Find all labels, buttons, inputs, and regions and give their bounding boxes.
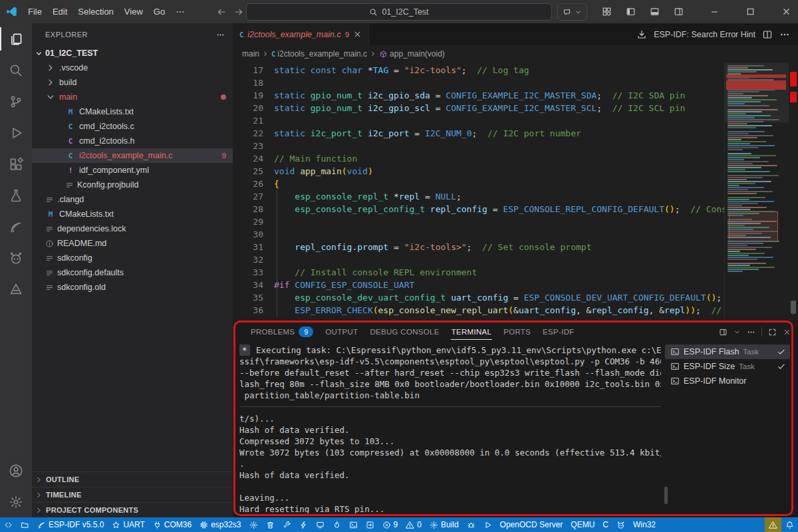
maximize-panel-icon[interactable]: [768, 328, 777, 336]
activity-item-testing[interactable]: [0, 180, 32, 211]
activity-item-run-and-debug[interactable]: [0, 117, 32, 148]
panel-tab-debug-console[interactable]: DEBUG CONSOLE: [364, 321, 445, 343]
editor-tab[interactable]: C i2ctools_example_main.c 9: [233, 23, 369, 45]
window-minimize-icon[interactable]: [702, 0, 726, 23]
close-panel-icon[interactable]: [783, 328, 791, 336]
terminal-scrollbar[interactable]: [664, 487, 668, 504]
workspace-root-folder[interactable]: 01_I2C_TEST: [32, 46, 233, 61]
breadcrumb[interactable]: main C i2ctools_example_main.c app_main(…: [233, 45, 798, 63]
esp-idf-search-error-hint[interactable]: ESP-IDF: Search Error Hint: [654, 30, 755, 39]
status-sdk-config[interactable]: [245, 517, 262, 532]
status-full-clean[interactable]: [262, 517, 279, 532]
tree-item-README.md[interactable]: README.md: [32, 236, 233, 251]
menu-selection[interactable]: Selection: [72, 7, 118, 17]
menu-view[interactable]: View: [119, 7, 148, 17]
code-editor[interactable]: 17static const char *TAG = "i2c-tools"; …: [233, 63, 798, 321]
status-remote[interactable]: [0, 517, 17, 532]
status-notifications[interactable]: [781, 517, 798, 532]
toggle-secondary-sidebar-icon[interactable]: [666, 0, 690, 23]
status-errors[interactable]: 9: [378, 517, 402, 532]
window-maximize-icon[interactable]: [738, 0, 762, 23]
activity-item-accounts[interactable]: [0, 455, 32, 486]
tree-item-sdkconfig.old[interactable]: sdkconfig.old: [32, 280, 233, 295]
status-commands[interactable]: [362, 517, 378, 532]
tree-item-.clangd[interactable]: .clangd: [32, 192, 233, 207]
tree-item-.vscode[interactable]: .vscode: [32, 61, 233, 75]
tree-item-i2ctools_example_main.c[interactable]: Ci2ctools_example_main.c9: [32, 148, 233, 163]
tree-item-Kconfig.projbuild[interactable]: Kconfig.projbuild: [32, 178, 233, 192]
status-monitor[interactable]: [312, 517, 329, 532]
section-timeline[interactable]: TIMELINE: [32, 487, 233, 502]
tree-item-sdkconfig[interactable]: sdkconfig: [32, 251, 233, 265]
customize-layout-icon[interactable]: [595, 0, 618, 23]
tree-item-cmd_i2ctools.c[interactable]: Ccmd_i2ctools.c: [32, 119, 233, 134]
status-terminal[interactable]: [345, 517, 362, 532]
status-warnings[interactable]: 0: [402, 517, 426, 532]
tab-close-icon[interactable]: [353, 30, 362, 39]
tree-item-build[interactable]: build: [32, 75, 233, 90]
menu-go[interactable]: Go: [148, 7, 170, 17]
section-project-components[interactable]: PROJECT COMPONENTS: [32, 502, 233, 517]
status-platform[interactable]: Win32: [629, 517, 660, 532]
window-close-icon[interactable]: [774, 0, 798, 23]
status-serial-port[interactable]: COM36: [149, 517, 196, 532]
tree-item-cmd_i2ctools.h[interactable]: Ccmd_i2ctools.h: [32, 134, 233, 148]
activity-item-manage[interactable]: [0, 486, 32, 517]
status-open-folder[interactable]: [17, 517, 33, 532]
more-actions-icon[interactable]: [779, 29, 790, 40]
panel-tab-problems[interactable]: PROBLEMS9: [245, 321, 319, 343]
minimap[interactable]: [724, 63, 789, 321]
status-language-mode[interactable]: C: [598, 517, 612, 532]
status-flash-monitor[interactable]: [329, 517, 345, 532]
activity-item-tools[interactable]: [0, 273, 32, 305]
terminal-instance-esp-idf-size[interactable]: ESP-IDF Size Task: [665, 359, 790, 374]
tree-item-main[interactable]: main: [32, 90, 233, 104]
split-editor-icon[interactable]: [762, 29, 773, 40]
status-flash-method[interactable]: UART: [108, 517, 148, 532]
activity-item-explorer[interactable]: [0, 23, 32, 55]
terminal-split-icon[interactable]: [719, 328, 728, 336]
status-device-target[interactable]: esp32s3: [196, 517, 245, 532]
menu-file[interactable]: File: [23, 7, 47, 17]
status-build-tool[interactable]: [279, 517, 295, 532]
nav-back-icon[interactable]: [216, 7, 227, 17]
nav-forward-icon[interactable]: [233, 7, 244, 17]
status-debug[interactable]: [463, 517, 479, 532]
status-ai-status[interactable]: [612, 517, 629, 532]
menu-⋯[interactable]: ⋯: [170, 7, 190, 17]
terminal-instance-esp-idf-flash[interactable]: ESP-IDF Flash Task: [665, 344, 790, 359]
status-qemu[interactable]: QEMU: [567, 517, 598, 532]
activity-item-source-control[interactable]: [0, 86, 32, 117]
more-actions-icon[interactable]: [747, 328, 755, 336]
install-icon[interactable]: [636, 29, 647, 40]
tree-item-sdkconfig.defaults[interactable]: sdkconfig.defaults: [32, 265, 233, 280]
toggle-panel-icon[interactable]: [642, 0, 666, 23]
status-flash[interactable]: [295, 517, 312, 532]
status-esp-idf-version[interactable]: ESP-IDF v5.5.0: [33, 517, 108, 532]
status-build-task[interactable]: Build: [426, 517, 463, 532]
tree-item-dependencies.lock[interactable]: dependencies.lock: [32, 221, 233, 236]
tree-item-CMakeLists.txt[interactable]: MCMakeLists.txt: [32, 207, 233, 221]
panel-tab-esp-idf[interactable]: ESP-IDF: [537, 321, 580, 343]
terminal-instance-esp-idf-monitor[interactable]: ESP-IDF Monitor: [665, 374, 790, 388]
menu-edit[interactable]: Edit: [47, 7, 72, 17]
command-center-search[interactable]: 01_I2C_Test: [246, 3, 552, 21]
status-idf-warning[interactable]: [765, 517, 781, 532]
copilot-menu-button[interactable]: [557, 3, 587, 21]
activity-item-ai-assistant[interactable]: [0, 242, 32, 273]
status-openocd-server[interactable]: OpenOCD Server: [496, 517, 567, 532]
panel-tab-ports[interactable]: PORTS: [497, 321, 537, 343]
panel-tab-output[interactable]: OUTPUT: [319, 321, 364, 343]
terminal-output[interactable]: * Executing task: C:\Espressif\python_en…: [239, 344, 661, 513]
tree-item-CMakeLists.txt[interactable]: MCMakeLists.txt: [32, 104, 233, 119]
activity-item-extensions[interactable]: [0, 148, 32, 180]
tree-item-idf_component.yml[interactable]: !idf_component.yml: [32, 163, 233, 178]
overview-ruler[interactable]: [789, 63, 798, 321]
section-outline[interactable]: OUTLINE: [32, 471, 233, 487]
activity-item-search[interactable]: [0, 55, 32, 86]
chevron-down-icon[interactable]: [733, 329, 741, 336]
status-run[interactable]: [479, 517, 496, 532]
activity-item-esp-idf-explorer[interactable]: [0, 211, 32, 242]
explorer-more-actions-icon[interactable]: [216, 31, 225, 39]
toggle-primary-sidebar-icon[interactable]: [618, 0, 642, 23]
